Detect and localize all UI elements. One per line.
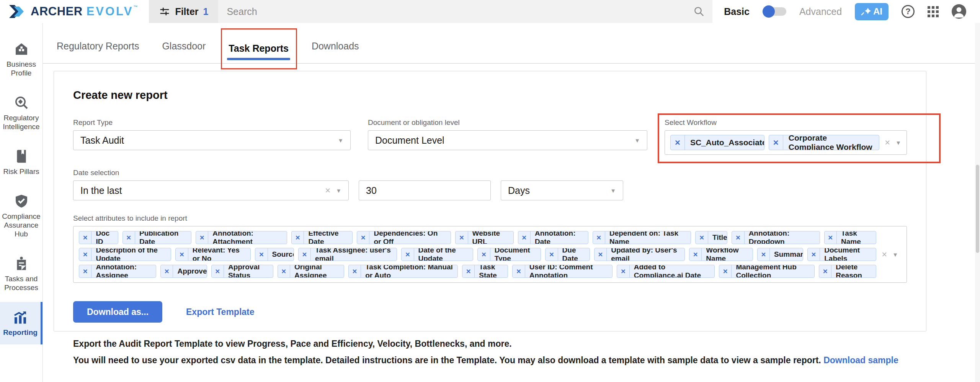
sidebar-item-regulatory-intelligence[interactable]: Regulatory Intelligence [0,87,42,139]
scrollbar-thumb[interactable] [976,165,979,253]
sidebar-item-business-profile[interactable]: Business Profile [0,34,42,85]
workflow-chip: ✕Corporate Compliance Workflow [769,135,879,150]
report-type-select[interactable]: Task Audit ▼ [73,130,351,150]
chip-remove-icon[interactable]: ✕ [79,265,91,277]
left-sidebar: Business Profile Regulatory Intelligence… [0,23,43,382]
search-icon[interactable] [693,6,705,17]
chip-remove-icon[interactable]: ✕ [808,248,820,261]
document-level-select[interactable]: Document Level ▼ [368,130,647,150]
chip-remove-icon[interactable]: ✕ [79,231,91,244]
download-sample-link[interactable]: Download sample [823,355,898,365]
chip-remove-icon[interactable]: ✕ [255,248,268,261]
logo-chevron-icon [9,5,27,18]
clear-selection-icon[interactable]: × [885,137,890,148]
chip-remove-icon[interactable]: ✕ [176,248,188,261]
archer-evolv-logo[interactable]: ARCHER EVOLV™ [0,5,149,18]
chevron-down-icon[interactable]: ▼ [895,139,901,146]
chip-remove-icon[interactable]: ✕ [456,231,468,244]
chip-remove-icon[interactable]: ✕ [732,231,744,244]
chip-remove-icon[interactable]: ✕ [292,231,304,244]
chip-remove-icon[interactable]: ✕ [689,248,702,261]
clear-selection-icon[interactable]: × [882,249,887,260]
chip-remove-icon[interactable]: ✕ [819,265,831,277]
chip-remove-icon[interactable]: ✕ [278,265,290,277]
ai-button[interactable]: ⸝✦ AI [855,3,889,20]
tab-task-reports[interactable]: Task Reports [228,43,289,63]
sparkle-icon: ⸝✦ [860,7,871,16]
chip-remove-icon[interactable]: ✕ [593,231,605,244]
clear-selection-icon[interactable]: × [325,185,330,196]
sidebar-item-compliance-assurance-hub[interactable]: Compliance Assurance Hub [0,186,42,246]
chip-remove-icon[interactable]: ✕ [518,231,531,244]
attribute-chip: ✕Document Labels [807,248,876,261]
chip-remove-icon[interactable]: ✕ [349,265,361,277]
chip-remove-icon[interactable]: ✕ [79,248,91,261]
chip-remove-icon[interactable]: ✕ [478,248,490,261]
toggle-knob [763,5,775,18]
chip-remove-icon[interactable]: ✕ [462,265,475,277]
chip-remove-icon[interactable]: ✕ [671,135,685,150]
attribute-chip: ✕Delete Reason [819,265,876,278]
apps-grid-icon[interactable] [928,6,939,17]
tab-glassdoor[interactable]: Glassdoor [161,41,206,63]
attribute-chip: ✕Task Completion: Manual or Auto [348,265,458,278]
app-header: ARCHER EVOLV™ Filter 1 Basic Advanced ⸝✦… [0,0,980,23]
chevron-down-icon[interactable]: ▼ [892,251,898,258]
chip-remove-icon[interactable]: ✕ [357,231,369,244]
sidebar-item-tasks-and-processes[interactable]: Tasks and Processes [0,248,42,300]
workflow-chip: ✕SC_Auto_Associate_Label [670,135,764,150]
download-as-button[interactable]: Download as... [73,301,162,323]
chip-remove-icon[interactable]: ✕ [161,265,173,277]
filter-button[interactable]: Filter 1 [149,0,218,23]
regulatory-intelligence-icon [14,95,29,110]
chip-remove-icon[interactable]: ✕ [719,265,732,277]
advanced-mode-label: Advanced [799,6,842,17]
chip-remove-icon[interactable]: ✕ [196,231,208,244]
user-avatar[interactable] [952,4,966,19]
attribute-chips-row-2: ✕Description of the Update ✕Relevant: Ye… [79,248,876,261]
chip-remove-icon[interactable]: ✕ [513,265,525,277]
chip-remove-icon[interactable]: ✕ [769,135,783,150]
date-amount-field [359,180,491,200]
select-workflow-label: Select Workflow [665,118,907,127]
export-template-link[interactable]: Export Template [186,307,255,317]
chevron-down-icon: ▼ [338,137,343,144]
chip-remove-icon[interactable]: ✕ [617,265,629,277]
attribute-chip: ✕Task Assignee: user's email [298,248,397,261]
vertical-scrollbar[interactable] [975,0,980,382]
attribute-chip: ✕Updated by: User's email [594,248,685,261]
tab-downloads[interactable]: Downloads [311,41,360,63]
report-type-label: Report Type [73,118,351,127]
filter-count-badge: 1 [203,6,209,17]
date-amount-input[interactable] [366,185,483,196]
create-report-card: Create new report Report Type Task Audit… [54,71,926,331]
chip-remove-icon[interactable]: ✕ [123,231,135,244]
attribute-chip: ✕Doc ID [79,231,118,244]
chip-remove-icon[interactable]: ✕ [212,265,224,277]
workflow-multiselect[interactable]: ✕SC_Auto_Associate_Label ✕Corporate Comp… [665,130,907,155]
date-unit-select[interactable]: Days ▼ [501,180,623,200]
attribute-chip: ✕Management Hub Collection [719,265,815,278]
chip-remove-icon[interactable]: ✕ [299,248,311,261]
business-profile-icon [14,41,29,57]
chip-remove-icon[interactable]: ✕ [758,248,770,261]
attribute-chip: ✕Dependencies: On or Off [357,231,451,244]
chip-remove-icon[interactable]: ✕ [595,248,607,261]
tab-regulatory-reports[interactable]: Regulatory Reports [56,41,140,63]
chip-remove-icon[interactable]: ✕ [825,231,837,244]
sidebar-item-risk-pillars[interactable]: Risk Pillars [0,141,42,184]
sidebar-item-reporting[interactable]: Reporting [0,302,42,344]
basic-advanced-toggle[interactable] [763,7,786,16]
chevron-down-icon[interactable]: ▼ [336,187,341,194]
search-input[interactable] [227,6,693,17]
help-icon[interactable]: ? [902,5,915,18]
chip-remove-icon[interactable]: ✕ [696,231,708,244]
chip-remove-icon[interactable]: ✕ [402,248,414,261]
attribute-chips-row-1: ✕Doc ID ✕Publication Date ✕Annotation: A… [79,231,876,244]
attributes-multiselect[interactable]: ✕Doc ID ✕Publication Date ✕Annotation: A… [73,226,907,283]
attribute-chip: ✕Title [695,231,727,244]
chevron-down-icon: ▼ [634,137,640,144]
date-mode-select[interactable]: In the last × ▼ [73,180,349,200]
workflow-chips: ✕SC_Auto_Associate_Label ✕Corporate Comp… [670,135,879,150]
chip-remove-icon[interactable]: ✕ [546,248,558,261]
